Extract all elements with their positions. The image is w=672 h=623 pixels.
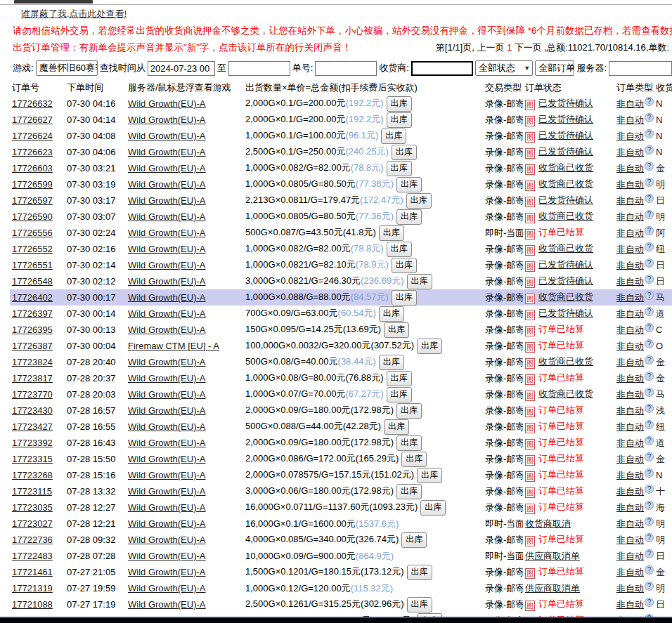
order-status-link[interactable]: 收货商已收货 (538, 243, 593, 254)
order-id-link[interactable]: 17722736 (12, 535, 53, 545)
order-type-link[interactable]: 非自动 (616, 292, 644, 303)
server-link[interactable]: Wild Growth(EU)-A (128, 195, 206, 206)
game-select[interactable]: 魔兽怀旧60赛季( ▼ (36, 60, 98, 76)
order-status-link[interactable]: 收货商已收货 (538, 178, 593, 189)
ship-out-button[interactable]: 出库 (396, 435, 422, 451)
order-status-link[interactable]: 订单已结算 (538, 405, 584, 415)
pagination-prefix[interactable]: 第[1/1]页, 上一页 (436, 42, 507, 53)
order-status-link[interactable]: 订单已结算 (538, 437, 584, 447)
help-icon[interactable]: ? (645, 97, 654, 106)
order-type-link[interactable]: 非自动 (616, 535, 644, 545)
server-link[interactable]: Wild Growth(EU)-A (128, 454, 206, 464)
help-icon[interactable]: ? (645, 178, 654, 187)
order-id-link[interactable]: 17726551 (12, 260, 53, 270)
help-icon[interactable]: ? (645, 194, 654, 203)
order-id-link[interactable]: 17723430 (12, 405, 53, 416)
order-id-link[interactable]: 17726627 (12, 114, 53, 125)
order-id-link[interactable]: 17721461 (12, 567, 53, 577)
buyer-input[interactable] (411, 61, 473, 76)
order-id-link[interactable]: 17723315 (12, 454, 53, 464)
order-type-link[interactable]: 非自动 (616, 131, 644, 141)
server-link[interactable]: Wild Growth(EU)-A (128, 292, 206, 303)
order-type-link[interactable]: 非自动 (616, 583, 644, 594)
order-status-link[interactable]: 订单已结算 (538, 485, 584, 496)
help-icon[interactable]: ? (645, 145, 654, 155)
server-link[interactable]: Wild Growth(EU)-A (128, 211, 206, 222)
order-status-link[interactable]: 收货商已收货 (538, 162, 593, 173)
ship-out-button[interactable]: 出库 (387, 387, 412, 402)
image-icon[interactable]: 图 (525, 342, 535, 353)
help-icon[interactable]: ? (645, 452, 654, 461)
ship-out-button[interactable]: 出库 (387, 371, 412, 386)
image-icon[interactable]: 图 (525, 504, 535, 514)
help-icon[interactable]: ? (645, 242, 654, 251)
image-icon[interactable]: 图 (525, 358, 535, 369)
server-link[interactable]: Wild Growth(EU)-A (128, 163, 206, 173)
order-type-link[interactable]: 非自动 (616, 114, 644, 125)
server-link[interactable]: Firemaw CTM [EU] - A (128, 341, 219, 351)
order-type-link[interactable]: 非自动 (616, 163, 644, 173)
order-id-link[interactable]: 17723817 (12, 373, 53, 383)
status-select[interactable]: 全部状态 ▼ (475, 60, 533, 76)
ship-out-button[interactable]: 出库 (392, 258, 417, 273)
server-link[interactable]: Wild Growth(EU)-A (128, 421, 206, 432)
server-link[interactable]: Wild Growth(EU)-A (128, 308, 206, 319)
server-link[interactable]: Wild Growth(EU)-A (128, 551, 206, 561)
server-link[interactable]: Wild Growth(EU)-A (128, 583, 206, 594)
ship-out-button[interactable]: 出库 (387, 96, 412, 112)
image-icon[interactable]: 图 (525, 423, 535, 433)
pagination-suffix[interactable]: 下一页 ,总额:11021.70/10814.16,单数: (512, 42, 669, 53)
ship-out-button[interactable]: 出库 (387, 242, 412, 257)
order-status-link[interactable]: 已发货待确认 (538, 98, 593, 108)
server-link[interactable]: Wild Growth(EU)-A (128, 244, 206, 254)
order-id-link[interactable]: 17723035 (12, 502, 53, 513)
image-icon[interactable]: 图 (525, 568, 535, 579)
help-icon[interactable]: ? (645, 404, 654, 413)
order-type-link[interactable]: 非自动 (616, 357, 644, 367)
order-type-link[interactable]: 非自动 (616, 260, 644, 270)
order-status-link[interactable]: 订单已结算 (538, 340, 584, 350)
order-id-link[interactable]: 17726623 (12, 147, 53, 157)
order-id-link[interactable]: 17726597 (12, 195, 53, 206)
order-id-link[interactable]: 17721319 (12, 583, 53, 594)
help-icon[interactable]: ? (645, 372, 654, 381)
image-icon[interactable]: 图 (525, 116, 535, 126)
order-status-link[interactable]: 订单已结算 (538, 453, 584, 464)
order-id-link[interactable]: 17726387 (12, 341, 53, 351)
order-status-link[interactable]: 已发货待确认 (538, 130, 593, 140)
server-link[interactable]: Wild Growth(EU)-A (128, 502, 206, 513)
image-icon[interactable]: 图 (525, 197, 535, 207)
order-status-link[interactable]: 订单已结算 (538, 227, 584, 237)
order-type-link[interactable]: 非自动 (616, 389, 644, 400)
order-status-link[interactable]: 收货商已收货 (538, 388, 593, 399)
order-id-link[interactable]: 17726603 (12, 163, 53, 173)
ship-out-button[interactable]: 出库 (379, 306, 404, 322)
help-icon[interactable]: ? (645, 291, 654, 300)
image-icon[interactable]: 图 (525, 277, 535, 288)
order-id-link[interactable]: 17723824 (12, 357, 53, 367)
order-id-link[interactable]: 17723770 (12, 389, 53, 400)
order-type-link[interactable]: 非自动 (616, 486, 644, 497)
help-icon[interactable]: ? (645, 501, 654, 510)
help-icon[interactable]: ? (645, 598, 654, 607)
image-icon[interactable]: 图 (525, 310, 535, 320)
ship-out-button[interactable]: 出库 (401, 452, 427, 467)
ship-out-button[interactable]: 出库 (392, 290, 417, 306)
ship-out-button[interactable]: 出库 (407, 274, 432, 289)
help-icon[interactable]: ? (645, 129, 654, 138)
help-icon[interactable]: ? (645, 275, 654, 284)
order-status-link[interactable]: 已发货待确认 (538, 146, 593, 157)
image-icon[interactable]: 图 (525, 245, 535, 256)
date-from-input[interactable] (148, 61, 215, 76)
order-status-link[interactable]: 订单已结算 (538, 469, 584, 480)
help-icon[interactable]: ? (645, 549, 654, 558)
order-type-link[interactable]: 非自动 (616, 98, 644, 109)
order-status-link[interactable]: 订单已结算 (538, 372, 584, 383)
server-link[interactable]: Wild Growth(EU)-A (128, 599, 206, 610)
order-id-link[interactable]: 17726632 (12, 98, 53, 109)
order-status-link[interactable]: 已发货待确认 (538, 275, 593, 286)
order-id-link[interactable]: 17723115 (12, 486, 52, 497)
ship-out-button[interactable]: 出库 (417, 468, 442, 483)
order-type-select[interactable]: 全部订单 ▼ (535, 60, 574, 76)
order-status-link[interactable]: 供应商取消单 (525, 551, 580, 561)
